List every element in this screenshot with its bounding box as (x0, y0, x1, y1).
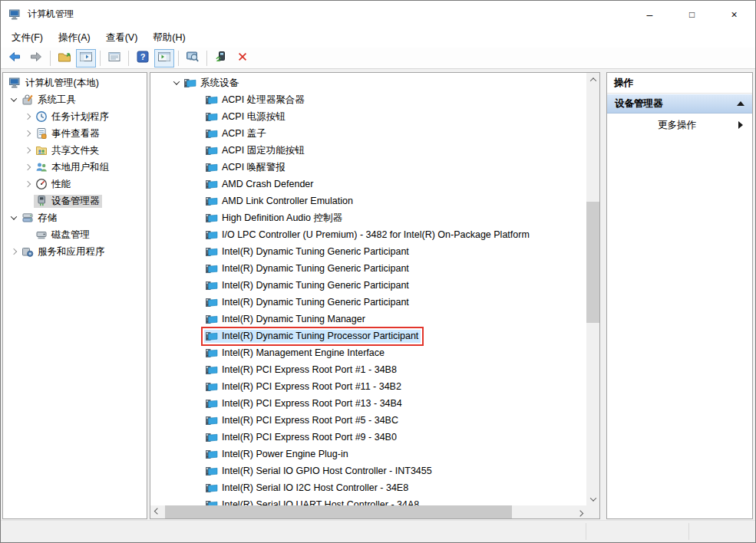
collapse-section-icon[interactable] (737, 101, 744, 106)
device-tree-item[interactable]: Intel(R) Power Engine Plug-in (150, 446, 586, 462)
chevron-icon[interactable] (21, 127, 34, 140)
computer-management-window: 计算机管理 – □ × 文件(F) 操作(A) 查看(V) 帮助(H) ? 计算… (0, 0, 756, 543)
chevron-icon[interactable] (8, 212, 20, 224)
close-button[interactable]: × (713, 1, 755, 28)
minimize-button[interactable]: – (629, 1, 671, 28)
chevron-icon[interactable] (21, 144, 34, 156)
device-tree-item[interactable]: Intel(R) PCI Express Root Port #13 - 34B… (150, 395, 586, 412)
tree-item-highlight: Intel(R) Dynamic Tuning Processor Partic… (204, 330, 421, 343)
device-tree-item[interactable]: Intel(R) PCI Express Root Port #5 - 34BC (150, 412, 586, 429)
chevron-icon[interactable] (170, 77, 183, 89)
storage-icon (21, 212, 34, 224)
help-button[interactable]: ? (133, 49, 153, 67)
left-tree-item[interactable]: 磁盘管理 (3, 226, 147, 243)
device-tree-item[interactable]: ACPI 处理器聚合器 (150, 91, 586, 108)
left-tree-item[interactable]: 存储 (3, 209, 147, 226)
uninstall-button[interactable] (233, 49, 253, 67)
device-tree-item[interactable]: AMD Link Controller Emulation (150, 193, 586, 209)
device-tree-item[interactable]: 系统设备 (150, 74, 586, 91)
device-tree-item[interactable]: ACPI 电源按钮 (150, 108, 586, 125)
tree-item-highlight: Intel(R) PCI Express Root Port #11 - 34B… (204, 380, 404, 393)
device-tree-item[interactable]: Intel(R) Serial IO GPIO Host Controller … (150, 462, 586, 479)
device-tree-item[interactable]: Intel(R) Dynamic Tuning Generic Particip… (150, 260, 586, 277)
menu-item[interactable]: 文件(F) (4, 28, 51, 48)
action-pane-toggle-button[interactable] (154, 49, 174, 67)
scroll-right-icon[interactable] (573, 505, 586, 518)
device-tree-item[interactable]: Intel(R) Serial IO UART Host Controller … (150, 496, 586, 505)
left-tree-item[interactable]: 共享文件夹 (3, 142, 147, 159)
back-button[interactable] (5, 49, 25, 67)
tree-item-highlight: ACPI 电源按钮 (204, 110, 288, 123)
system-device-icon (205, 128, 218, 140)
maximize-button[interactable]: □ (671, 1, 713, 28)
left-tree-item[interactable]: 计算机管理(本地) (3, 74, 147, 91)
vertical-scrollbar[interactable] (586, 73, 599, 505)
forward-button[interactable] (26, 49, 46, 67)
device-tree: 系统设备 ACPI 处理器聚合器 ACPI 电源按钮 ACPI 盖子 (150, 73, 586, 505)
tree-item-highlight: ACPI 处理器聚合器 (204, 94, 307, 107)
left-tree-item[interactable]: 任务计划程序 (3, 108, 147, 125)
statusbar-divider (586, 523, 586, 540)
device-tree-item[interactable]: Intel(R) Dynamic Tuning Generic Particip… (150, 294, 586, 311)
device-tree-item[interactable]: High Definition Audio 控制器 (150, 209, 586, 226)
section-title: 设备管理器 (615, 97, 663, 110)
left-tree-item[interactable]: 系统工具 (3, 91, 147, 108)
system-device-icon (205, 229, 218, 241)
vertical-scrollbar-thumb[interactable] (586, 202, 599, 323)
folder-button[interactable] (54, 49, 74, 67)
device-tree-item[interactable]: AMD Crash Defender (150, 176, 586, 193)
scroll-down-icon[interactable] (586, 492, 599, 505)
device-tree-item[interactable]: ACPI 固定功能按钮 (150, 142, 586, 159)
tree-item-highlight: AMD Link Controller Emulation (204, 195, 355, 208)
device-tree-item[interactable]: Intel(R) PCI Express Root Port #9 - 34B0 (150, 429, 586, 446)
left-tree-item[interactable]: 服务和应用程序 (3, 243, 147, 260)
horizontal-scrollbar-thumb[interactable] (165, 505, 512, 518)
titlebar[interactable]: 计算机管理 – □ × (1, 1, 755, 28)
left-tree-item[interactable]: 性能 (3, 176, 147, 193)
chevron-icon[interactable] (21, 161, 34, 173)
tree-item-highlight: Intel(R) Dynamic Tuning Generic Particip… (204, 262, 411, 275)
scroll-left-icon[interactable] (150, 505, 163, 518)
device-tree-item[interactable]: Intel(R) PCI Express Root Port #11 - 34B… (150, 378, 586, 395)
chevron-icon[interactable] (21, 110, 34, 123)
toolbar-separator (100, 51, 101, 66)
scroll-up-icon[interactable] (586, 73, 599, 86)
menu-item[interactable]: 操作(A) (51, 28, 98, 48)
tree-item-highlight: Intel(R) PCI Express Root Port #9 - 34B0 (204, 431, 399, 444)
device-tree-item[interactable]: ACPI 盖子 (150, 125, 586, 142)
device-tree-item[interactable]: Intel(R) Dynamic Tuning Generic Particip… (150, 277, 586, 294)
menu-item[interactable]: 帮助(H) (145, 28, 193, 48)
more-actions-item[interactable]: 更多操作 (607, 114, 752, 137)
system-device-icon (205, 499, 218, 506)
device-manager-section-header[interactable]: 设备管理器 (607, 94, 752, 114)
device-tree-item[interactable]: Intel(R) Dynamic Tuning Processor Partic… (150, 327, 586, 344)
device-tree-item[interactable]: Intel(R) Dynamic Tuning Generic Particip… (150, 243, 586, 260)
scan-hardware-button[interactable] (183, 49, 203, 67)
horizontal-scrollbar[interactable] (150, 505, 586, 518)
export-list-icon (107, 51, 121, 66)
left-tree-item[interactable]: 设备管理器 (3, 193, 147, 209)
export-list-button[interactable] (104, 49, 124, 67)
left-tree-item[interactable]: 本地用户和组 (3, 159, 147, 176)
menu-item[interactable]: 查看(V) (98, 28, 146, 48)
left-tree-item[interactable]: 事件查看器 (3, 125, 147, 142)
device-tree-item[interactable]: Intel(R) Management Engine Interface (150, 344, 586, 361)
device-tree-item[interactable]: Intel(R) Serial IO I2C Host Controller -… (150, 479, 586, 496)
console-tree-toggle-button[interactable] (76, 49, 96, 67)
chevron-icon[interactable] (8, 94, 20, 106)
shared-folders-icon (35, 145, 48, 156)
device-tree-item[interactable]: Intel(R) Dynamic Tuning Manager (150, 311, 586, 327)
more-actions-label: 更多操作 (658, 119, 696, 132)
device-tree-item[interactable]: ACPI 唤醒警报 (150, 159, 586, 176)
device-tree-item[interactable]: I/O LPC Controller (U Premium) - 3482 fo… (150, 226, 586, 243)
device-tree-item[interactable]: Intel(R) PCI Express Root Port #1 - 34B8 (150, 361, 586, 378)
uninstall-icon (236, 51, 249, 66)
console-tree-pane: 计算机管理(本地) 系统工具 任务计划程序 事件查看器 (2, 72, 147, 519)
tree-item-highlight: 系统工具 (20, 94, 78, 107)
chevron-icon[interactable] (8, 245, 20, 258)
local-users-icon (35, 162, 48, 173)
update-driver-button[interactable] (211, 49, 231, 67)
chevron-icon[interactable] (21, 178, 34, 190)
system-device-icon (205, 398, 218, 410)
system-device-icon (205, 145, 218, 156)
